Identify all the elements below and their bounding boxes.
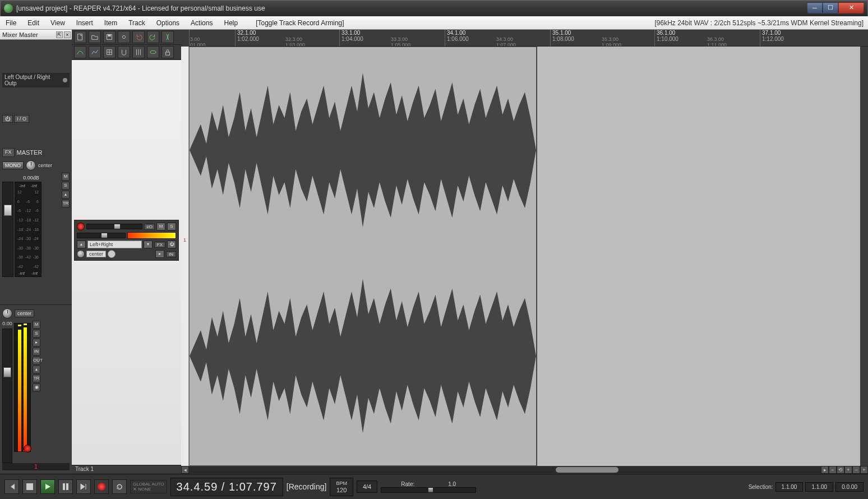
track-fx-button[interactable]: ◉	[33, 384, 40, 391]
playrate-slider[interactable]	[381, 487, 476, 493]
zoom-out-v-button[interactable]: −	[852, 466, 860, 474]
menu-insert[interactable]: Insert	[71, 16, 99, 30]
toolbar-new-button[interactable]	[74, 31, 86, 43]
mixer-dock-icon[interactable]: ⇱	[56, 31, 63, 38]
audio-device-status[interactable]: [96kHz 24bit WAV : 2/2ch 512spls ~5.3/21…	[655, 19, 869, 27]
transport-play-button[interactable]	[40, 479, 55, 494]
waveform-area[interactable]	[189, 47, 860, 466]
media-item-recording[interactable]	[189, 47, 537, 466]
scroll-left-button[interactable]: ◂	[181, 466, 189, 474]
track-db-readout[interactable]: 0.00	[2, 321, 12, 326]
master-fader[interactable]	[2, 182, 13, 277]
master-power-button[interactable]: ⏻	[2, 115, 13, 123]
bpm-value[interactable]: 120	[336, 487, 347, 493]
master-routing[interactable]: Left Output / Right Outp	[2, 73, 70, 87]
toolbar-lock-button[interactable]	[161, 46, 174, 58]
tcp-track-1[interactable]: I/O M S ▴ Left+Right ▾ FX ⏻ cente	[74, 220, 179, 261]
tcp-volume-slider[interactable]	[86, 224, 142, 229]
rate-value[interactable]: 1.0	[448, 481, 456, 487]
menu-track[interactable]: Track	[123, 16, 151, 30]
tcp-solo-button[interactable]: S	[167, 223, 176, 230]
timesig-value[interactable]: 4/4	[363, 483, 371, 490]
menu-item[interactable]: Item	[99, 16, 123, 30]
transport-end-button[interactable]	[76, 479, 91, 494]
transport-repeat-button[interactable]	[112, 479, 127, 494]
master-db-readout[interactable]: 0.00dB	[2, 175, 60, 181]
timeline-ruler[interactable]: 32.1.001:02.00033.1.001:04.00034.1.001:0…	[189, 30, 868, 47]
window-close-button[interactable]: ✕	[838, 2, 864, 13]
master-mute-button[interactable]: M	[62, 173, 70, 181]
master-io-button[interactable]: I / O	[14, 115, 29, 123]
global-automation-mode[interactable]: GLOBAL AUTO ✕ NONE	[130, 480, 167, 493]
menu-actions[interactable]: Actions	[185, 16, 218, 30]
selection-start[interactable]: 1.1.00	[775, 482, 804, 492]
hscroll-thumb[interactable]	[556, 467, 619, 473]
tcp-env-button[interactable]: ▴	[77, 241, 86, 248]
toolbar-redo-button[interactable]	[147, 31, 159, 43]
track-tr-button[interactable]: TR	[33, 375, 40, 382]
track-mute-button[interactable]: M	[33, 321, 40, 329]
tcp-pan-slider[interactable]	[77, 233, 126, 238]
tcp-input-select[interactable]: Left+Right	[87, 241, 142, 248]
zoom-out-h-button[interactable]: −	[829, 466, 837, 474]
horizontal-scrollbar[interactable]: ◂ ▸ − ⟲ + − +	[181, 466, 868, 474]
transport-pause-button[interactable]	[58, 479, 73, 494]
transport-stop-button[interactable]	[22, 479, 37, 494]
toolbar-settings-button[interactable]	[118, 31, 130, 43]
play-cursor[interactable]	[537, 47, 537, 466]
master-tr-button[interactable]: TR	[62, 200, 70, 207]
tcp-monitor-button[interactable]: ▸	[155, 250, 164, 258]
tcp-fx-bypass-button[interactable]: ⏻	[167, 241, 176, 248]
toolbar-metronome-button[interactable]	[161, 31, 174, 43]
master-pan-knob[interactable]	[26, 160, 36, 170]
menu-file[interactable]: File	[0, 16, 22, 30]
toolbar-save-button[interactable]	[103, 31, 116, 43]
bpm-box[interactable]: BPM 120	[330, 478, 353, 496]
track-solo-button[interactable]: S	[33, 330, 40, 338]
toolbar-gridlines-button[interactable]	[132, 46, 145, 58]
zoom-in-h-button[interactable]: +	[844, 466, 852, 474]
menu-help[interactable]: Help	[218, 16, 243, 30]
track-autoplay-button[interactable]: ▸	[33, 339, 40, 346]
selection-end[interactable]: 1.1.00	[805, 482, 833, 492]
menu-edit[interactable]: Edit	[22, 16, 45, 30]
tcp-record-arm-button[interactable]	[77, 223, 85, 230]
tcp-width-knob[interactable]	[77, 250, 85, 258]
window-minimize-button[interactable]: ─	[807, 2, 823, 13]
window-maximize-button[interactable]: ☐	[823, 2, 838, 13]
mixer-close-icon[interactable]: ×	[64, 31, 71, 38]
master-mono-button[interactable]: MONO	[2, 161, 24, 169]
tcp-area[interactable]: I/O M S ▴ Left+Right ▾ FX ⏻ cente	[72, 60, 181, 465]
menu-view[interactable]: View	[45, 16, 71, 30]
transport-start-button[interactable]	[4, 479, 19, 494]
master-fx-button[interactable]: FX	[2, 148, 15, 157]
track-label[interactable]: Track 1	[72, 465, 181, 474]
zoom-in-v-button[interactable]: +	[860, 466, 868, 474]
menu-toggle-arming[interactable]: [Toggle Track Record Arming]	[250, 16, 349, 30]
track-pan-knob[interactable]	[2, 308, 12, 318]
tcp-fx-button[interactable]: FX	[154, 242, 165, 248]
toolbar-ripple-button[interactable]	[147, 46, 159, 58]
toolbar-open-button[interactable]	[89, 31, 101, 43]
track-in-button[interactable]: IN	[33, 348, 40, 355]
menu-options[interactable]: Options	[151, 16, 185, 30]
tcp-input-dropdown-icon[interactable]: ▾	[144, 241, 153, 248]
master-solo-button[interactable]: S	[62, 182, 70, 190]
zoom-reset-button[interactable]: ⟲	[837, 466, 844, 474]
master-fader-thumb[interactable]	[4, 205, 12, 216]
track-fader[interactable]	[2, 329, 12, 463]
tcp-in-button[interactable]: IN	[166, 251, 176, 257]
tcp-mute-button[interactable]: M	[156, 223, 165, 230]
track-env-button[interactable]: ▴	[33, 366, 40, 373]
toolbar-grid-button[interactable]	[103, 46, 116, 58]
toolbar-snap-button[interactable]	[118, 46, 130, 58]
toolbar-undo-button[interactable]	[132, 31, 145, 43]
tcp-phase-button[interactable]	[108, 250, 116, 258]
selection-length[interactable]: 0.0.00	[835, 482, 864, 492]
transport-time-display[interactable]: 34.4.59 / 1:07.797	[170, 478, 283, 496]
track-fader-thumb[interactable]	[3, 367, 11, 377]
master-env-button[interactable]: ▴	[62, 191, 70, 198]
transport-record-button[interactable]	[94, 479, 109, 494]
scroll-right-button[interactable]: ▸	[821, 466, 829, 474]
toolbar-autocrossfade-button[interactable]	[74, 46, 86, 58]
